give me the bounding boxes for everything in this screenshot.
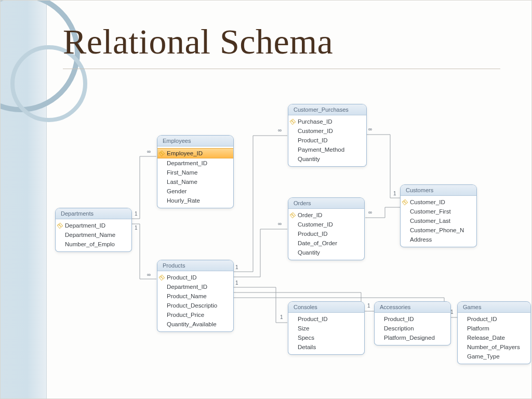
- field-label: Size: [298, 325, 364, 331]
- diagram-canvas: 1 ∞ 1 ∞ 1 ∞ ∞ 1 1 1 1 1 ∞ ∞ Departments …: [1, 94, 532, 395]
- card-many: ∞: [147, 149, 151, 154]
- field-label: Department_Name: [65, 232, 131, 238]
- table-header: Consoles: [288, 302, 364, 313]
- field-label: Platform: [467, 325, 530, 331]
- card-one: 1: [135, 211, 138, 217]
- field-label: First_Name: [167, 169, 233, 176]
- field-label: Customer_ID: [410, 199, 476, 205]
- table-header: Employees: [157, 136, 233, 147]
- field-label: Customer_Last: [410, 218, 476, 224]
- field-label: Description: [384, 325, 450, 331]
- field-label: Hourly_Rate: [167, 197, 233, 204]
- table-employees[interactable]: Employees ⚿Employee_ID Department_ID Fir…: [157, 136, 233, 208]
- card-one: 1: [235, 264, 238, 270]
- field-label: Product_ID: [298, 137, 366, 143]
- field-label: Customer_ID: [298, 221, 364, 228]
- field-label: Product_ID: [298, 231, 364, 237]
- field-label: Quantity_Available: [167, 321, 233, 327]
- table-customer-purchases[interactable]: Customer_Purchases ⚿Purchase_ID Customer…: [288, 104, 366, 166]
- table-orders[interactable]: Orders ⚿Order_ID Customer_ID Product_ID …: [288, 198, 364, 260]
- card-many: ∞: [368, 209, 372, 215]
- field-label: Number_of_Players: [467, 344, 530, 350]
- field-label: Purchase_ID: [298, 118, 366, 125]
- field-label: Quantity: [298, 249, 364, 256]
- pk-icon: ⚿: [57, 222, 64, 230]
- field-label: Product_ID: [298, 316, 364, 322]
- field-label: Product_Descriptio: [167, 302, 233, 309]
- slide-title: Relational Schema: [63, 21, 500, 69]
- field-label: Customer_ID: [298, 128, 366, 134]
- field-label: Date_of_Order: [298, 240, 364, 246]
- field-label: Payment_Method: [298, 147, 366, 153]
- card-one: 1: [235, 280, 238, 286]
- card-many: ∞: [278, 221, 282, 227]
- field-label: Employee_ID: [167, 150, 233, 156]
- field-label: Product_Name: [167, 293, 233, 299]
- slide: Relational Schema 1 ∞ 1 ∞ 1: [0, 0, 532, 399]
- field-label: Department_ID: [65, 222, 131, 229]
- table-header: Orders: [288, 198, 364, 209]
- field-label: Product_ID: [384, 316, 450, 322]
- pk-icon: ⚿: [289, 211, 297, 219]
- card-many: ∞: [278, 127, 282, 133]
- table-header: Products: [157, 260, 233, 271]
- field-label: Specs: [298, 335, 364, 341]
- field-label: Product_ID: [467, 316, 530, 322]
- field-label: Last_Name: [167, 179, 233, 185]
- field-label: Quantity: [298, 156, 366, 162]
- card-many: ∞: [368, 126, 372, 132]
- field-label: Department_ID: [167, 160, 233, 166]
- card-one: 1: [280, 314, 283, 320]
- field-label: Address: [410, 236, 476, 243]
- card-one: 1: [367, 303, 370, 309]
- field-label: Product_ID: [167, 274, 233, 281]
- field-label: Department_ID: [167, 284, 233, 290]
- card-one: 1: [393, 191, 396, 196]
- field-label: Product_Price: [167, 312, 233, 318]
- table-header: Departments: [56, 208, 131, 219]
- field-label: Details: [298, 344, 364, 350]
- field-label: Order_ID: [298, 212, 364, 218]
- table-products[interactable]: Products ⚿Product_ID Department_ID Produ…: [157, 260, 233, 331]
- field-label: Customer_Phone_N: [410, 227, 476, 233]
- field-label: Platform_Designed: [384, 335, 450, 341]
- table-header: Customers: [401, 185, 476, 196]
- table-games[interactable]: Games Product_ID Platform Release_Date N…: [458, 302, 530, 364]
- card-one: 1: [450, 309, 454, 315]
- pk-icon: ⚿: [158, 150, 166, 157]
- table-header: Games: [458, 302, 530, 313]
- field-label: Number_of_Emplo: [65, 241, 131, 247]
- card-many: ∞: [147, 272, 151, 277]
- table-consoles[interactable]: Consoles Product_ID Size Specs Details: [288, 302, 364, 354]
- card-one: 1: [135, 225, 138, 231]
- table-header: Accessories: [375, 302, 450, 313]
- table-accessories[interactable]: Accessories Product_ID Description Platf…: [375, 302, 450, 345]
- field-label: Release_Date: [467, 335, 530, 341]
- table-header: Customer_Purchases: [288, 104, 366, 115]
- field-label: Gender: [167, 188, 233, 194]
- pk-icon: ⚿: [402, 198, 409, 206]
- field-label: Game_Type: [467, 353, 530, 360]
- table-departments[interactable]: Departments ⚿Department_ID Department_Na…: [56, 208, 131, 251]
- pk-icon: ⚿: [289, 118, 297, 126]
- pk-icon: ⚿: [158, 274, 166, 282]
- field-label: Customer_First: [410, 208, 476, 215]
- table-customers[interactable]: Customers ⚿Customer_ID Customer_First Cu…: [401, 185, 476, 247]
